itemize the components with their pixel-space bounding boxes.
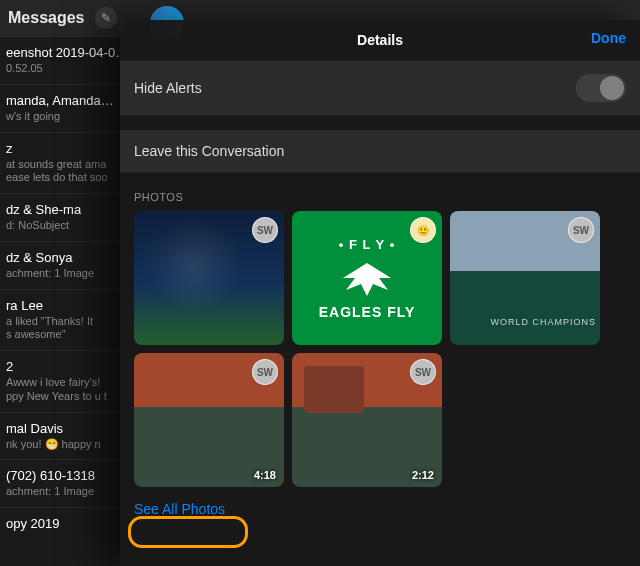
eagles-bottom: EAGLES FLY: [319, 304, 416, 320]
photo-thumb[interactable]: • F L Y • EAGLES FLY 🙂: [292, 211, 442, 345]
photos-grid: SW • F L Y • EAGLES FLY 🙂 SW WORLD CHAMP…: [120, 211, 640, 487]
sender-badge: SW: [410, 359, 436, 385]
compose-icon[interactable]: ✎: [95, 7, 117, 29]
eagle-icon: [337, 256, 397, 300]
photos-header: PHOTOS: [120, 173, 640, 211]
video-thumb[interactable]: SW 2:12: [292, 353, 442, 487]
video-duration: 4:18: [254, 469, 276, 481]
champ-text: WORLD CHAMPIONS: [490, 317, 596, 327]
panel-title: Details: [357, 32, 403, 48]
hide-alerts-row[interactable]: Hide Alerts: [120, 60, 640, 116]
sender-badge: 🙂: [410, 217, 436, 243]
sender-badge: SW: [568, 217, 594, 243]
sender-badge: SW: [252, 359, 278, 385]
photo-thumb[interactable]: SW: [134, 211, 284, 345]
app-title: Messages: [8, 9, 85, 27]
leave-label: Leave this Conversation: [134, 143, 284, 159]
eagles-top: • F L Y •: [339, 237, 395, 252]
done-button[interactable]: Done: [591, 30, 626, 46]
video-thumb[interactable]: SW 4:18: [134, 353, 284, 487]
video-duration: 2:12: [412, 469, 434, 481]
leave-conversation-row[interactable]: Leave this Conversation: [120, 130, 640, 173]
details-panel: Details Done Hide Alerts Leave this Conv…: [120, 20, 640, 566]
photo-thumb[interactable]: SW WORLD CHAMPIONS: [450, 211, 600, 345]
panel-nav: Details Done: [120, 20, 640, 60]
sender-badge: SW: [252, 217, 278, 243]
hide-alerts-toggle[interactable]: [576, 74, 626, 102]
see-all-photos-link[interactable]: See All Photos: [134, 501, 225, 517]
hide-alerts-label: Hide Alerts: [134, 80, 202, 96]
